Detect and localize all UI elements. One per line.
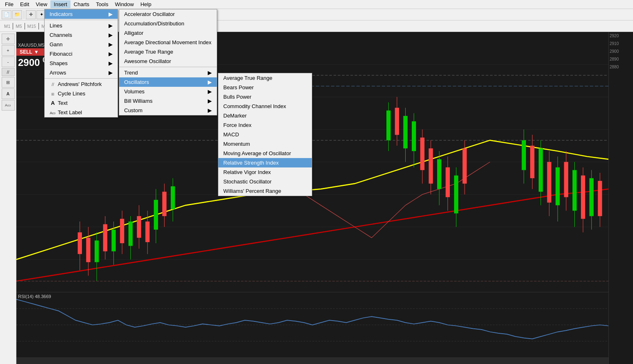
osc-atr[interactable]: Average True Range xyxy=(218,73,312,83)
osc-demarker[interactable]: DeMarker xyxy=(218,111,312,120)
svg-rect-68 xyxy=(581,176,585,219)
svg-rect-56 xyxy=(530,146,534,178)
minus-side-btn[interactable]: - xyxy=(2,57,15,67)
chart-scrollbar[interactable] xyxy=(16,357,608,364)
svg-rect-40 xyxy=(412,121,416,151)
fibonacci-label: Fibonacci xyxy=(50,51,73,57)
svg-rect-30 xyxy=(162,192,166,216)
ind-awesome-label: Awesome Oscillator xyxy=(124,58,171,64)
ind-atr-top-label: Average True Range xyxy=(124,49,173,55)
menu-indicators[interactable]: Indicators ▶ xyxy=(45,9,118,19)
osc-demarker-label: DeMarker xyxy=(223,113,247,119)
menu-file[interactable]: File xyxy=(2,0,17,8)
menu-edit[interactable]: Edit xyxy=(17,0,32,8)
osc-rvi[interactable]: Relative Vigor Index xyxy=(218,167,312,177)
open-btn[interactable]: 📁 xyxy=(12,10,22,19)
menu-text[interactable]: AText xyxy=(45,98,118,108)
ind-oscillators-arrow: ▶ xyxy=(208,79,212,85)
channels-label: Channels xyxy=(50,32,72,38)
menu-gann[interactable]: Gann ▶ xyxy=(45,40,118,49)
svg-rect-44 xyxy=(429,148,433,183)
svg-rect-14 xyxy=(95,240,99,262)
ind-accumulation[interactable]: Accumulation/Distribution xyxy=(119,19,217,28)
osc-rvi-label: Relative Vigor Index xyxy=(223,169,271,175)
menu-lines[interactable]: Lines ▶ xyxy=(45,21,118,30)
osc-bears-power[interactable]: Bears Power xyxy=(218,83,312,92)
menu-arrows[interactable]: Arrows ▶ xyxy=(45,68,118,77)
osc-mao[interactable]: Moving Average of Oscillator xyxy=(218,149,312,158)
label-side-btn[interactable]: A▭ xyxy=(2,100,15,111)
sell-label: SELL xyxy=(20,49,32,55)
ind-volumes-arrow: ▶ xyxy=(208,88,212,95)
crosshair-btn[interactable]: ✛ xyxy=(26,10,36,19)
sep1 xyxy=(24,11,24,19)
arrows-label: Arrows xyxy=(50,70,66,76)
period-m5[interactable]: M5 xyxy=(13,23,25,29)
crosshair-side-btn[interactable]: ✛ xyxy=(2,34,15,44)
symbol-text: XAUUSD,M5 xyxy=(18,43,44,47)
menu-fibonacci[interactable]: Fibonacci ▶ xyxy=(45,49,118,59)
menu-tools[interactable]: Tools xyxy=(93,0,111,8)
menu-cycle-lines[interactable]: ⊞Cycle Lines xyxy=(45,89,118,98)
osc-rsi[interactable]: Relative Strength Index xyxy=(218,158,312,167)
period-m1[interactable]: M1 xyxy=(2,23,13,29)
ind-awesome[interactable]: Awesome Oscillator xyxy=(119,57,217,66)
ind-volumes[interactable]: Volumes ▶ xyxy=(119,87,217,96)
plus-side-btn[interactable]: + xyxy=(2,45,15,56)
ind-oscillators-label: Oscillators xyxy=(124,79,149,85)
osc-stochastic-label: Stochastic Oscillator xyxy=(223,179,272,185)
ind-accelerator[interactable]: Accelerator Oscillator xyxy=(119,9,217,19)
arrows-arrow: ▶ xyxy=(109,70,113,76)
osc-atr-label: Average True Range xyxy=(223,75,272,81)
osc-bulls-power[interactable]: Bulls Power xyxy=(218,92,312,102)
left-sidebar: ✛ + - // ⊞ A A▭ xyxy=(0,32,16,364)
svg-rect-10 xyxy=(78,232,82,254)
ind-admi[interactable]: Average Directional Movement Index xyxy=(119,38,217,47)
svg-rect-54 xyxy=(522,140,526,170)
indicators-arrow: ▶ xyxy=(109,11,113,17)
osc-momentum[interactable]: Momentum xyxy=(218,139,312,149)
osc-stochastic[interactable]: Stochastic Oscillator xyxy=(218,177,312,186)
lines-arrow: ▶ xyxy=(109,23,113,29)
ind-bill-williams[interactable]: Bill Williams ▶ xyxy=(119,96,217,106)
text-side-btn[interactable]: A xyxy=(2,88,15,99)
menubar: File Edit View Insert Charts Tools Windo… xyxy=(0,0,633,9)
osc-williams-pr[interactable]: Williams' Percent Range xyxy=(218,186,312,196)
osc-cci[interactable]: Commodity Channel Index xyxy=(218,102,312,111)
ind-alligator[interactable]: Alligator xyxy=(119,28,217,38)
osc-macd[interactable]: MACD xyxy=(218,130,312,139)
ind-trend[interactable]: Trend ▶ xyxy=(119,68,217,77)
menu-charts[interactable]: Charts xyxy=(70,0,93,8)
menu-help[interactable]: Help xyxy=(137,0,155,8)
ind-alligator-label: Alligator xyxy=(124,30,143,36)
menu-channels[interactable]: Channels ▶ xyxy=(45,30,118,40)
ind-accelerator-label: Accelerator Oscillator xyxy=(124,11,175,17)
ind-custom[interactable]: Custom ▶ xyxy=(119,106,217,115)
osc-force-index[interactable]: Force Index xyxy=(218,120,312,130)
gann-label: Gann xyxy=(50,41,63,47)
gann-arrow: ▶ xyxy=(109,41,113,47)
menu-insert[interactable]: Insert xyxy=(50,0,70,8)
new-chart-btn[interactable]: 📄 xyxy=(2,10,11,19)
channels-arrow: ▶ xyxy=(109,32,113,38)
line-side-btn[interactable]: // xyxy=(2,68,15,76)
menu-view[interactable]: View xyxy=(32,0,50,8)
candles-group xyxy=(78,97,602,281)
ind-custom-arrow: ▶ xyxy=(208,107,212,113)
ind-oscillators[interactable]: Oscillators ▶ xyxy=(119,77,217,87)
menu-shapes[interactable]: Shapes ▶ xyxy=(45,59,118,68)
osc-mao-label: Moving Average of Oscillator xyxy=(223,150,291,156)
period-m15[interactable]: M15 xyxy=(25,23,39,29)
ind-atr-top[interactable]: Average True Range xyxy=(119,47,217,57)
price-scale-label2: 2910 xyxy=(609,40,633,47)
cycle-lines-label: ⊞Cycle Lines xyxy=(50,90,85,97)
svg-rect-46 xyxy=(437,159,441,189)
text-label-label: A▭Text Label xyxy=(50,109,82,115)
svg-rect-36 xyxy=(395,108,399,135)
grid-side-btn[interactable]: ⊞ xyxy=(2,77,15,88)
menu-text-label[interactable]: A▭Text Label xyxy=(45,108,118,117)
price-scale-label4: 2890 xyxy=(609,55,633,63)
menu-andrews-pitchfork[interactable]: //Andrews' Pitchfork xyxy=(45,79,118,89)
menu-window[interactable]: Window xyxy=(111,0,137,8)
lines-label: Lines xyxy=(50,23,62,29)
